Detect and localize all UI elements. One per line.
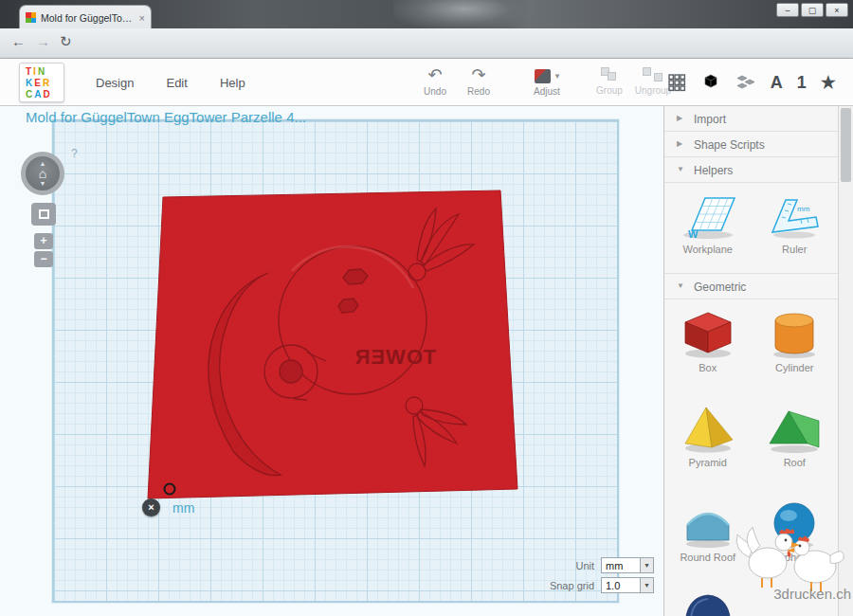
redo-button[interactable]: ↷ Redo <box>457 64 500 97</box>
cylinder-shape-icon <box>764 305 825 360</box>
shape-pyramid[interactable]: Pyramid <box>664 394 752 489</box>
tinkercad-toolbar: TIN KER CAD Design Edit Help ↶ Undo ↷ Re… <box>0 59 853 106</box>
roof-shape-icon <box>764 400 825 455</box>
spacer <box>572 64 588 97</box>
maximize-button[interactable]: ▢ <box>801 3 824 17</box>
watermark-text: 3drucken.ch <box>773 586 851 602</box>
close-icon: × <box>834 6 839 15</box>
ruler-icon: mm <box>763 190 826 242</box>
sidebar-section-shape-scripts[interactable]: ▶ Shape Scripts <box>664 132 838 157</box>
shape-label: Ruler <box>782 244 807 255</box>
sidebar-section-import[interactable]: ▶ Import <box>664 106 838 132</box>
pan-down-icon[interactable]: ▼ <box>40 180 46 187</box>
scrollbar-thumb[interactable] <box>841 108 851 182</box>
chevron-right-icon: ▶ <box>677 106 682 131</box>
view-cube-button[interactable] <box>31 203 56 226</box>
undo-button[interactable]: ↶ Undo <box>413 64 457 97</box>
menu-design[interactable]: Design <box>80 76 150 90</box>
browser-navbar: ← → ↻ https://tinkercad.com/things/9s0wY… <box>0 28 853 59</box>
menu-help[interactable]: Help <box>204 76 262 90</box>
zoom-in-button[interactable]: + <box>34 233 53 249</box>
shape-box[interactable]: Box <box>664 299 752 394</box>
paraboloid-shape-icon <box>678 589 738 616</box>
tinkercad-logo[interactable]: TIN KER CAD <box>19 63 64 102</box>
window-controls: – ▢ × <box>776 3 848 17</box>
number-tool-icon[interactable]: 1 <box>797 73 807 93</box>
maximize-icon: ▢ <box>808 6 817 15</box>
cube-icon <box>39 209 49 219</box>
svg-text:mm: mm <box>797 205 810 213</box>
snap-grid-row: Snap grid 1.0 ▼ <box>512 577 654 593</box>
undo-label: Undo <box>413 86 457 97</box>
dimension-close-button[interactable]: × <box>142 498 160 516</box>
chevron-right-icon: ▶ <box>677 132 682 156</box>
unit-select[interactable]: mm ▼ <box>601 557 654 573</box>
mold-object[interactable]: TOWER <box>140 186 523 506</box>
favorites-star-icon[interactable]: ★ <box>821 72 836 93</box>
grid-view-icon[interactable] <box>667 73 686 92</box>
box-shape-icon <box>678 305 738 360</box>
forward-button[interactable]: → <box>36 33 50 49</box>
shape-roof[interactable]: Roof <box>752 394 839 489</box>
workplane-icon: W <box>677 190 739 242</box>
helpers-panel: W Workplane mm Ruler <box>664 183 838 274</box>
spacer <box>500 64 521 97</box>
menu-bar: Design Edit Help <box>80 59 262 106</box>
section-label: Geometric <box>694 281 746 294</box>
adjust-icon: ▾ <box>521 64 572 85</box>
sidebar-section-helpers[interactable]: ▼ Helpers <box>664 157 838 183</box>
sidebar-section-geometric[interactable]: ▼ Geometric <box>664 274 838 299</box>
workplane-helper-item[interactable]: W Workplane <box>664 183 752 273</box>
reload-button[interactable]: ↻ <box>60 33 72 50</box>
zoom-controls: + − <box>34 233 53 269</box>
unit-row: Unit mm ▼ <box>512 557 654 573</box>
caret-down-icon: ▾ <box>555 71 560 81</box>
shape-cylinder[interactable]: Cylinder <box>752 299 839 394</box>
group-button[interactable]: Group <box>588 64 631 97</box>
undo-icon: ↶ <box>413 64 457 85</box>
design-canvas[interactable]: Mold for GüggelTown EggTower Parzelle 4.… <box>0 106 663 616</box>
text-tool-icon[interactable]: A <box>771 73 783 93</box>
pyramid-shape-icon <box>678 400 738 455</box>
chevron-down-icon: ▼ <box>677 157 684 182</box>
wallpaper-artwork <box>393 0 535 30</box>
tab-close-icon[interactable]: × <box>139 12 145 24</box>
chevron-down-icon[interactable]: ▼ <box>640 578 653 592</box>
shape-label: Cylinder <box>775 362 813 373</box>
ungroup-icon <box>643 67 663 82</box>
mold-graphic: TOWER <box>140 186 523 502</box>
menu-edit[interactable]: Edit <box>150 76 203 90</box>
ruler-helper-item[interactable]: mm Ruler <box>752 183 839 273</box>
view-orbit-control[interactable]: ▲ ⌂ ▼ <box>21 152 64 195</box>
help-icon[interactable]: ? <box>71 147 78 160</box>
design-title[interactable]: Mold for GüggelTown EggTower Parzelle 4.… <box>26 109 306 125</box>
round-roof-shape-icon <box>678 495 738 550</box>
chickens-watermark-graphic <box>732 521 850 595</box>
watermark: 3drucken.ch <box>732 521 853 616</box>
home-view-icon[interactable]: ⌂ <box>39 167 46 180</box>
chevron-down-icon[interactable]: ▼ <box>640 558 653 572</box>
action-buttons: ↶ Undo ↷ Redo ▾ Adjust Group Ungroup <box>413 64 675 97</box>
snap-grid-select[interactable]: 1.0 ▼ <box>601 577 654 593</box>
shape-generators-icon[interactable] <box>735 73 756 92</box>
tab-title: Mold for GüggelTown Eg <box>41 12 135 24</box>
screen: – ▢ × Mold for GüggelTown Eg × ← → ↻ htt… <box>0 0 853 616</box>
tinkercad-favicon-icon <box>26 12 36 23</box>
minimize-button[interactable]: – <box>776 3 799 17</box>
logo-row: TIN <box>26 66 64 78</box>
zoom-out-button[interactable]: − <box>34 251 53 267</box>
shape-label: Round Roof <box>680 552 735 563</box>
shape-label: Workplane <box>683 244 733 255</box>
svg-text:W: W <box>688 228 699 240</box>
logo-row: KER <box>26 78 64 89</box>
unit-label: Unit <box>575 560 594 571</box>
adjust-label: Adjust <box>521 86 572 97</box>
section-label: Import <box>694 113 726 126</box>
back-button[interactable]: ← <box>11 33 26 49</box>
browser-tab[interactable]: Mold for GüggelTown Eg × <box>19 5 152 29</box>
close-window-button[interactable]: × <box>826 3 848 17</box>
unit-value: mm <box>602 560 640 571</box>
shapes-library-icon[interactable] <box>700 73 721 92</box>
chevron-down-icon: ▼ <box>677 274 684 299</box>
adjust-button[interactable]: ▾ Adjust <box>521 64 572 97</box>
